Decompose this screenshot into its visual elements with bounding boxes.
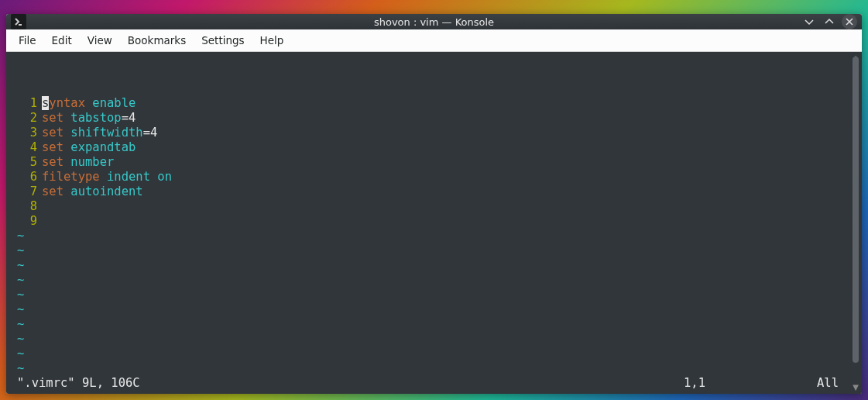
- editor-line: 4set expandtab: [6, 140, 849, 155]
- terminal-area: 1syntax enable2set tabstop=43set shiftwi…: [6, 52, 862, 394]
- empty-line-tilde: ~: [6, 332, 849, 347]
- menu-help[interactable]: Help: [252, 29, 292, 51]
- editor-line: 8: [6, 199, 849, 214]
- line-code: set number: [42, 155, 849, 170]
- line-code: set shiftwidth=4: [42, 126, 849, 140]
- line-number: 5: [6, 155, 42, 170]
- maximize-button[interactable]: [822, 14, 837, 29]
- scrollbar[interactable]: ▲ ▼: [849, 52, 862, 394]
- empty-line-tilde: ~: [6, 317, 849, 332]
- menu-view[interactable]: View: [80, 29, 120, 51]
- editor-line: 1syntax enable: [6, 96, 849, 111]
- editor-line: 7set autoindent: [6, 184, 849, 199]
- empty-line-tilde: ~: [6, 258, 849, 273]
- close-button[interactable]: [842, 14, 857, 29]
- empty-line-tilde: ~: [6, 288, 849, 302]
- line-number: 1: [6, 96, 42, 111]
- line-number: 9: [6, 214, 42, 229]
- line-number: 6: [6, 170, 42, 184]
- line-number: 7: [6, 184, 42, 199]
- menu-file[interactable]: File: [11, 29, 44, 51]
- editor-line: 6filetype indent on: [6, 170, 849, 184]
- empty-line-tilde: ~: [6, 229, 849, 243]
- line-code: [42, 199, 849, 214]
- line-code: set autoindent: [42, 184, 849, 199]
- window-title: shovon : vim — Konsole: [6, 16, 862, 28]
- line-code: set expandtab: [42, 140, 849, 155]
- menu-bookmarks[interactable]: Bookmarks: [120, 29, 194, 51]
- editor-line: 5set number: [6, 155, 849, 170]
- line-code: set tabstop=4: [42, 111, 849, 126]
- line-code: [42, 214, 849, 229]
- vim-status-line: ".vimrc" 9L, 106C1,1All: [6, 376, 849, 394]
- line-number: 4: [6, 140, 42, 155]
- terminal[interactable]: 1syntax enable2set tabstop=43set shiftwi…: [6, 52, 849, 394]
- line-code: filetype indent on: [42, 170, 849, 184]
- editor-line: 9: [6, 214, 849, 229]
- empty-line-tilde: ~: [6, 243, 849, 258]
- status-cursor-pos: 1,1: [684, 376, 792, 391]
- window-controls: [801, 14, 862, 29]
- scroll-thumb[interactable]: [853, 57, 859, 363]
- line-code: syntax enable: [42, 96, 849, 111]
- status-scroll-pos: All: [792, 376, 839, 391]
- line-number: 8: [6, 199, 42, 214]
- menu-settings[interactable]: Settings: [194, 29, 252, 51]
- titlebar[interactable]: shovon : vim — Konsole: [6, 14, 862, 29]
- line-number: 2: [6, 111, 42, 126]
- menu-edit[interactable]: Edit: [44, 29, 80, 51]
- editor-line: 2set tabstop=4: [6, 111, 849, 126]
- editor-line: 3set shiftwidth=4: [6, 126, 849, 140]
- empty-line-tilde: ~: [6, 302, 849, 317]
- status-file-info: ".vimrc" 9L, 106C: [17, 376, 684, 391]
- empty-line-tilde: ~: [6, 273, 849, 288]
- konsole-window: shovon : vim — Konsole File Edit View Bo…: [6, 14, 862, 394]
- empty-line-tilde: ~: [6, 347, 849, 361]
- app-icon: [11, 14, 26, 29]
- menubar: File Edit View Bookmarks Settings Help: [6, 29, 862, 52]
- scroll-down-icon[interactable]: ▼: [849, 381, 862, 394]
- empty-line-tilde: ~: [6, 361, 849, 376]
- line-number: 3: [6, 126, 42, 140]
- minimize-button[interactable]: [801, 14, 817, 29]
